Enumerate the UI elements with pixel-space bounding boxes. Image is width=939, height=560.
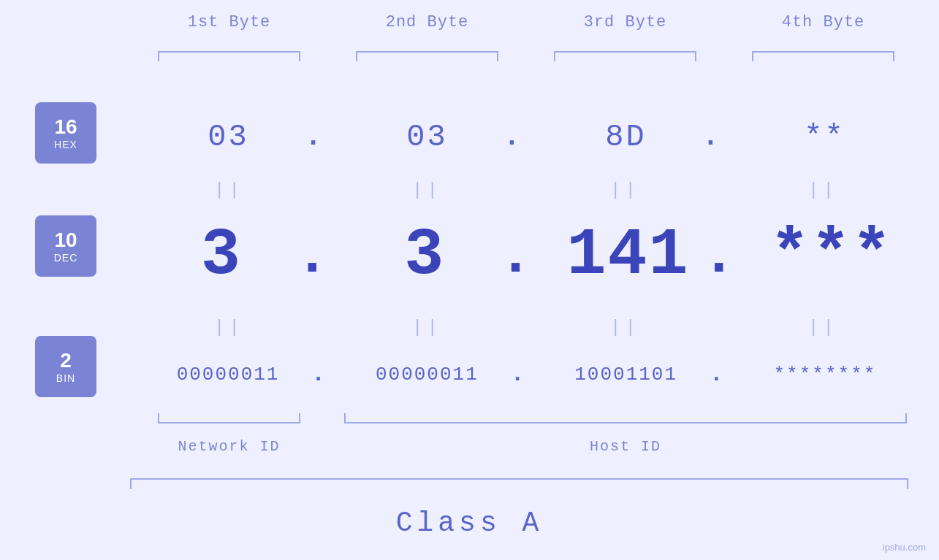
bin-value-3: 10001101 [574, 364, 677, 386]
bin-dot-3: . [710, 361, 723, 388]
bracket-shape-4 [752, 51, 894, 61]
eq-cell-1-3: || [526, 175, 724, 204]
hex-data-row: 03 . 03 . 8D . ** [130, 110, 923, 164]
id-labels-row: Network ID Host ID [130, 438, 923, 455]
dec-cell-1: 3 [130, 218, 313, 293]
hex-dot-3: . [702, 121, 719, 153]
large-bottom-bracket-right [907, 479, 908, 489]
byte-labels-row: 1st Byte 2nd Byte 3rd Byte 4th Byte [130, 13, 923, 31]
host-bottom-bracket [328, 413, 923, 423]
hex-badge-label: HEX [54, 139, 77, 150]
eq-cell-2-4: || [724, 312, 922, 342]
hex-badge: 16 HEX [35, 102, 96, 164]
eq-cell-1-2: || [328, 175, 526, 204]
bin-badge-number: 2 [60, 349, 72, 372]
top-bracket-4 [724, 51, 922, 61]
equals-row-1: || || || || [130, 175, 923, 204]
eq-cell-2-3: || [526, 312, 724, 342]
top-bracket-2 [328, 51, 526, 61]
hex-badge-number: 16 [54, 115, 77, 139]
eq-cell-2-1: || [130, 312, 328, 342]
dec-badge-number: 10 [54, 229, 77, 252]
bin-cell-4: ******** [727, 364, 923, 386]
bracket-shape-2 [356, 51, 498, 61]
bin-badge: 2 BIN [35, 336, 96, 397]
main-container: 1st Byte 2nd Byte 3rd Byte 4th Byte 16 H… [0, 0, 939, 560]
eq-cell-1-4: || [724, 175, 922, 204]
bin-value-2: 00000011 [376, 364, 479, 386]
bracket-shape-1 [158, 51, 300, 61]
dec-badge-label: DEC [54, 252, 78, 264]
host-id-label: Host ID [328, 438, 923, 455]
bin-dot-2: . [510, 361, 524, 388]
hex-value-3: 8D [605, 120, 646, 155]
bin-dot-1: . [311, 361, 325, 388]
dec-dot-1: . [294, 223, 330, 289]
network-id-label: Network ID [130, 438, 328, 455]
hex-value-2: 03 [406, 120, 447, 155]
dec-dot-3: . [702, 223, 737, 289]
network-bracket-shape [158, 413, 300, 423]
eq-cell-1-1: || [130, 175, 328, 204]
host-bracket-shape [344, 413, 907, 423]
byte3-label: 3rd Byte [526, 13, 724, 31]
bin-value-1: 00000011 [177, 364, 280, 386]
byte2-label: 2nd Byte [328, 13, 526, 31]
bin-cell-1: 00000011 [130, 364, 326, 386]
top-bracket-1 [130, 51, 328, 61]
dec-value-2: 3 [404, 218, 445, 293]
class-a-label: Class A [0, 507, 939, 539]
large-bottom-bracket-line [130, 478, 908, 480]
hex-cell-2: 03 [329, 120, 525, 155]
byte4-label: 4th Byte [724, 13, 922, 31]
bin-value-4: ******** [774, 364, 877, 386]
large-bottom-bracket-left [130, 479, 132, 489]
dec-cell-4: *** [740, 218, 923, 293]
hex-value-1: 03 [208, 120, 248, 155]
dec-badge: 10 DEC [35, 215, 96, 277]
byte1-label: 1st Byte [130, 13, 328, 31]
dec-cell-3: 141 [537, 218, 720, 293]
dec-value-1: 3 [201, 218, 242, 293]
network-bottom-bracket [130, 413, 328, 423]
bottom-brackets-row [130, 413, 923, 423]
bin-cell-3: 10001101 [528, 364, 724, 386]
dec-value-4: *** [770, 218, 893, 293]
bin-data-row: 00000011 . 00000011 . 10001101 . *******… [130, 347, 923, 402]
dec-cell-2: 3 [333, 218, 516, 293]
dec-value-3: 141 [567, 218, 690, 293]
hex-cell-3: 8D [528, 120, 724, 155]
bin-cell-2: 00000011 [329, 364, 525, 386]
eq-cell-2-2: || [328, 312, 526, 342]
equals-row-2: || || || || [130, 312, 923, 342]
hex-dot-2: . [503, 121, 520, 153]
watermark: ipshu.com [883, 542, 926, 553]
hex-dot-1: . [305, 121, 322, 153]
bracket-shape-3 [554, 51, 696, 61]
hex-cell-1: 03 [130, 120, 327, 155]
dec-data-row: 3 . 3 . 141 . *** [130, 215, 923, 296]
top-brackets-row [130, 51, 923, 61]
top-bracket-3 [526, 51, 724, 61]
bin-badge-label: BIN [56, 372, 75, 384]
dec-dot-2: . [498, 223, 533, 289]
hex-value-4: ** [804, 120, 845, 155]
hex-cell-4: ** [726, 120, 923, 155]
